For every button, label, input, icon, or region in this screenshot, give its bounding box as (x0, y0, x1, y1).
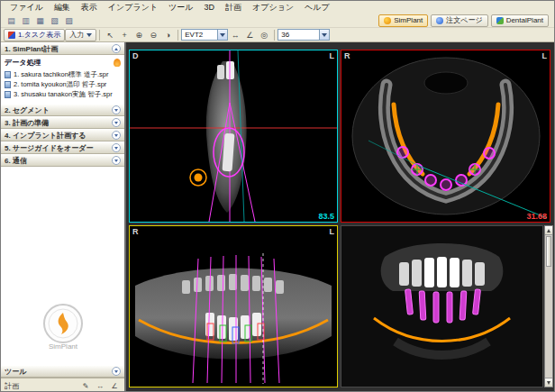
menu-options[interactable]: オプション (247, 1, 299, 14)
view-preset-arrow-icon (217, 30, 227, 40)
sidebar-item-simplant-plan[interactable]: 1. SimPlant計画 (1, 42, 124, 55)
chevron-down-icon (112, 131, 121, 140)
axial-image (341, 50, 550, 222)
panoramic-viewport[interactable]: R L (129, 225, 338, 387)
sidebar-item-plan-prep[interactable]: 3. 計画の準備 (1, 116, 124, 129)
chevron-down-icon (112, 156, 121, 165)
sidebar-item-tools[interactable]: ツール (1, 365, 124, 378)
draw-pencil-icon[interactable]: ✎ (79, 380, 92, 392)
file-icon (5, 81, 11, 88)
task-view-button[interactable]: 1.タスク表示 (4, 29, 65, 41)
simplant-mode-button[interactable]: SimPlant (378, 14, 428, 27)
file-icon (5, 91, 11, 98)
measure-angle-icon[interactable]: ∠ (242, 29, 257, 41)
menu-edit[interactable]: 編集 (49, 1, 76, 14)
section-label: 6. 通信 (5, 156, 27, 166)
menu-3d[interactable]: 3D (199, 1, 221, 14)
data-group-header: データ処理 (5, 58, 121, 68)
chevron-up-icon (112, 44, 121, 53)
order-page-icon (436, 17, 443, 24)
sidebar-item-implant-planning[interactable]: 4. インプラント計画する (1, 129, 124, 141)
orientation-label-right: L (542, 51, 548, 60)
measure-distance-icon[interactable]: ↔ (228, 29, 242, 41)
scroll-up-button[interactable] (545, 226, 552, 235)
measure-distance-icon[interactable]: ↔ (94, 380, 106, 392)
order-page-label: 注文ページ (446, 15, 482, 25)
simplant-watermark-logo: SimPlant (40, 302, 86, 358)
pan-icon[interactable]: + (117, 29, 132, 41)
frontal-view-scrollbar[interactable] (544, 225, 553, 387)
list-item[interactable]: 3. shusaku tanakon実施 智子.spr (5, 89, 121, 99)
scrollbar-thumb[interactable] (546, 236, 551, 267)
orientation-label-left: R (344, 51, 350, 60)
tooth-crown (217, 65, 224, 79)
teeth-row (399, 257, 485, 287)
slice-position-readout: 83.5 (318, 212, 334, 221)
plan-toolbar: 計画 ✎ ↔ ∠ (1, 378, 124, 392)
section-label: 3. 計画の準備 (5, 118, 49, 128)
tooth-number-select[interactable]: 36 (278, 29, 330, 41)
menu-implant[interactable]: インプラント (103, 1, 163, 14)
menu-view[interactable]: 表示 (76, 1, 103, 14)
zoom-out-icon[interactable]: ⊖ (146, 29, 160, 41)
axial-viewport[interactable]: R L 31.68 (341, 50, 550, 223)
orientation-label-right: L (330, 227, 335, 236)
sidebar-item-segment[interactable]: 2. セグメント (1, 104, 124, 116)
zoom-in-icon[interactable]: ⊕ (132, 29, 146, 41)
task-panel: 1. SimPlant計画 データ処理 1. sakura tachikon標準… (1, 42, 126, 392)
menu-help[interactable]: ヘルプ (299, 1, 335, 14)
info-icon[interactable]: ▨ (62, 14, 76, 26)
simplant-logo-icon: SimPlant (40, 302, 86, 354)
list-item[interactable]: 1. sakura tachikon標準 道子.spr (5, 69, 121, 79)
view-preset-select[interactable]: EVT2 (181, 29, 228, 41)
frontal-3d-image (341, 226, 542, 387)
save-icon[interactable]: ▥ (19, 14, 32, 26)
data-group-label: データ処理 (5, 58, 41, 68)
panoramic-image (130, 226, 337, 387)
sidebar-item-surgiguide-order[interactable]: 5. サージガイドをオーダー (1, 141, 124, 154)
file-name: 2. tomita kyoukon温印 哲子.spr (14, 79, 106, 89)
menu-file[interactable]: ファイル (5, 1, 49, 14)
arrow-down-icon (547, 381, 550, 385)
snapshot-icon[interactable]: ▧ (48, 14, 61, 26)
input-label: 入力 (69, 30, 84, 40)
sidebar-item-communication[interactable]: 6. 通信 (1, 154, 124, 167)
logo-text: SimPlant (48, 342, 77, 351)
order-page-button[interactable]: 注文ページ (431, 14, 487, 27)
simplant-window: ファイル 編集 表示 インプラント ツール 3D 計画 オプション ヘルプ ▤ … (0, 0, 555, 392)
data-processing-panel: データ処理 1. sakura tachikon標準 道子.spr 2. tom… (1, 55, 124, 104)
airway (424, 72, 468, 94)
print-icon[interactable]: ▦ (33, 14, 47, 26)
toolbar-separator (177, 30, 178, 41)
file-name: 1. sakura tachikon標準 道子.spr (14, 69, 108, 79)
menu-tools[interactable]: ツール (163, 1, 198, 14)
measure-angle-icon[interactable]: ∠ (108, 380, 121, 392)
open-file-icon[interactable]: ▤ (5, 14, 18, 26)
file-icon (5, 71, 11, 78)
chrome-toolbar: ▤ ▥ ▦ ▧ ▨ SimPlant 注文ページ DentalPlant (1, 14, 555, 28)
dentalplant-button[interactable]: DentalPlant (491, 14, 549, 27)
nerve-canal-marker (195, 174, 203, 182)
dentalplant-label: DentalPlant (506, 16, 543, 24)
reset-view-icon[interactable]: ◎ (257, 29, 271, 41)
measurement-readout: 31.68 (526, 212, 547, 221)
section-label: 4. インプラント計画する (5, 131, 86, 141)
arrow-up-icon (547, 229, 550, 232)
contrast-icon[interactable]: ◑ (160, 29, 175, 41)
plan-label: 計画 (5, 381, 19, 391)
cross-section-image (130, 50, 337, 222)
pointer-icon[interactable]: ↖ (103, 29, 117, 41)
section-label: 2. セグメント (5, 105, 50, 115)
menu-bar: ファイル 編集 表示 インプラント ツール 3D 計画 オプション ヘルプ (1, 1, 555, 14)
menu-plan[interactable]: 計画 (220, 1, 247, 14)
chevron-down-icon (112, 105, 121, 114)
frontal-3d-viewport[interactable] (341, 225, 543, 387)
input-button[interactable]: 入力 (65, 29, 96, 41)
cross-section-viewport[interactable]: D L 83.5 (129, 50, 338, 223)
list-item[interactable]: 2. tomita kyoukon温印 哲子.spr (5, 79, 121, 89)
simplant-logo-icon (384, 17, 391, 24)
file-name: 3. shusaku tanakon実施 智子.spr (14, 89, 113, 99)
scroll-down-button[interactable] (545, 378, 552, 387)
tools-label: ツール (5, 367, 26, 377)
tooth-number-arrow-icon (319, 30, 329, 40)
